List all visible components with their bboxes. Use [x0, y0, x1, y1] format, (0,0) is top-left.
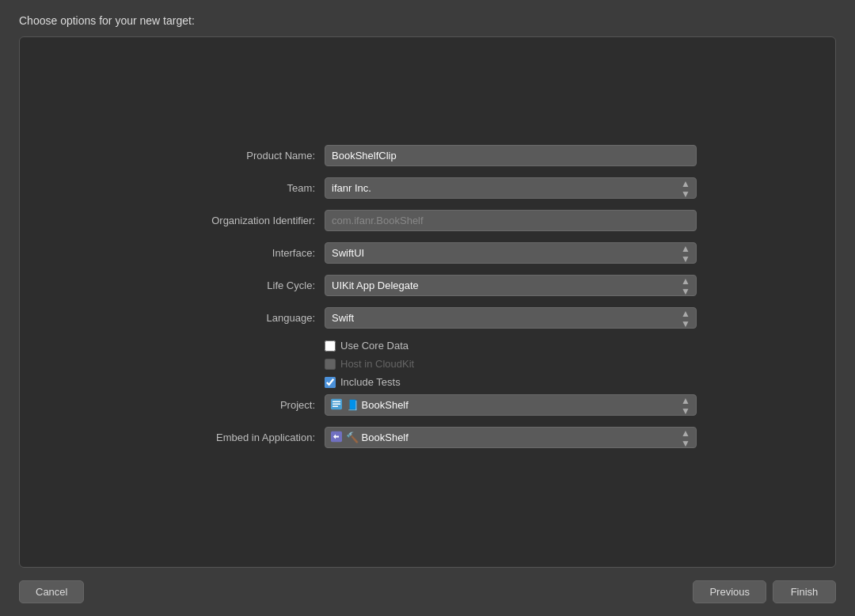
org-identifier-input[interactable]: [325, 210, 697, 231]
main-panel: Product Name: Team: ifanr Inc. ▲ ▼: [19, 36, 836, 568]
finish-button[interactable]: Finish: [773, 580, 836, 603]
project-select[interactable]: 📘 BookShelf: [325, 394, 697, 416]
language-select[interactable]: Swift Objective-C: [325, 307, 697, 329]
cancel-button[interactable]: Cancel: [19, 580, 84, 603]
language-row: Language: Swift Objective-C ▲ ▼: [158, 307, 697, 329]
footer-right: Previous Finish: [693, 580, 836, 603]
language-control: Swift Objective-C ▲ ▼: [325, 307, 697, 329]
interface-control: SwiftUI Storyboard ▲ ▼: [325, 242, 697, 264]
use-core-data-checkbox[interactable]: [325, 340, 336, 352]
embed-row: Embed in Application: 🔨 BookShelf ▲ ▼: [158, 427, 697, 448]
embed-label: Embed in Application:: [158, 432, 325, 443]
team-row: Team: ifanr Inc. ▲ ▼: [158, 177, 697, 199]
product-name-row: Product Name:: [158, 145, 697, 166]
form-area: Product Name: Team: ifanr Inc. ▲ ▼: [158, 145, 697, 459]
interface-select[interactable]: SwiftUI Storyboard: [325, 242, 697, 264]
project-label: Project:: [158, 399, 325, 411]
include-tests-row: Include Tests: [325, 376, 697, 388]
project-select-wrapper: 📘 BookShelf ▲ ▼: [325, 394, 697, 416]
host-cloudkit-label: Host in CloudKit: [340, 358, 414, 370]
language-label: Language:: [158, 312, 325, 324]
interface-label: Interface:: [158, 247, 325, 259]
embed-control: 🔨 BookShelf ▲ ▼: [325, 427, 697, 448]
use-core-data-label: Use Core Data: [340, 340, 408, 352]
footer-bar: Cancel Previous Finish: [0, 568, 855, 616]
team-select-wrapper: ifanr Inc. ▲ ▼: [325, 177, 697, 199]
org-identifier-row: Organization Identifier:: [158, 210, 697, 231]
product-name-control: [325, 145, 697, 166]
lifecycle-label: Life Cycle:: [158, 279, 325, 291]
lifecycle-select-wrapper: UIKit App Delegate SwiftUI App ▲ ▼: [325, 275, 697, 296]
embed-select[interactable]: 🔨 BookShelf: [325, 427, 697, 448]
team-label: Team:: [158, 182, 325, 194]
project-row: Project: 📘 BookShelf ▲ ▼: [158, 394, 697, 416]
include-tests-checkbox[interactable]: [325, 377, 336, 388]
org-identifier-label: Organization Identifier:: [158, 215, 325, 226]
team-control: ifanr Inc. ▲ ▼: [325, 177, 697, 199]
include-tests-label: Include Tests: [340, 376, 401, 388]
lifecycle-control: UIKit App Delegate SwiftUI App ▲ ▼: [325, 275, 697, 296]
product-name-input[interactable]: [325, 145, 697, 166]
page-title: Choose options for your new target:: [19, 14, 195, 27]
use-core-data-row: Use Core Data: [325, 340, 697, 352]
previous-button[interactable]: Previous: [693, 580, 766, 603]
org-identifier-control: [325, 210, 697, 231]
project-control: 📘 BookShelf ▲ ▼: [325, 394, 697, 416]
product-name-label: Product Name:: [158, 150, 325, 162]
team-select[interactable]: ifanr Inc.: [325, 177, 697, 199]
host-cloudkit-checkbox[interactable]: [325, 359, 336, 370]
footer-left: Cancel: [19, 580, 84, 603]
lifecycle-select[interactable]: UIKit App Delegate SwiftUI App: [325, 275, 697, 296]
language-select-wrapper: Swift Objective-C ▲ ▼: [325, 307, 697, 329]
interface-select-wrapper: SwiftUI Storyboard ▲ ▼: [325, 242, 697, 264]
lifecycle-row: Life Cycle: UIKit App Delegate SwiftUI A…: [158, 275, 697, 296]
host-cloudkit-row: Host in CloudKit: [325, 358, 697, 370]
interface-row: Interface: SwiftUI Storyboard ▲ ▼: [158, 242, 697, 264]
embed-select-wrapper: 🔨 BookShelf ▲ ▼: [325, 427, 697, 448]
